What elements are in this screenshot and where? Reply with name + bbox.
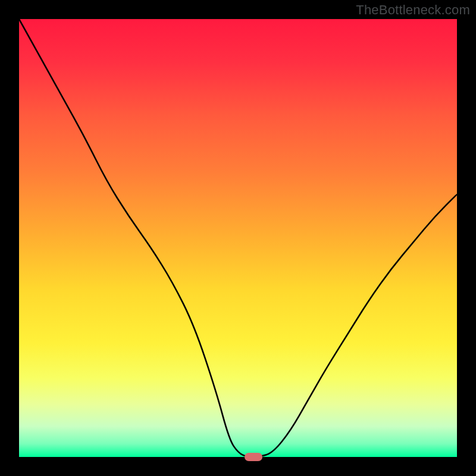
chart-frame: TheBottleneck.com (0, 0, 476, 476)
watermark-text: TheBottleneck.com (356, 2, 470, 18)
chart-svg (19, 19, 457, 457)
gradient-background (19, 19, 457, 457)
min-marker-pill (245, 453, 262, 461)
plot-area (19, 19, 457, 457)
